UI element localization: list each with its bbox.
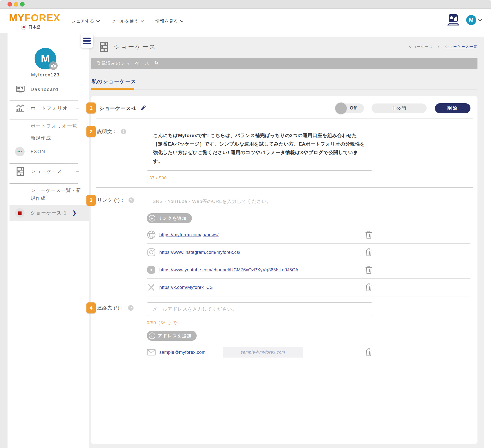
chevron-down-icon (141, 20, 144, 22)
email-input[interactable] (147, 302, 372, 316)
collapse-minus-icon[interactable]: − (76, 169, 79, 174)
fxon-dots-icon: ••• (15, 147, 25, 156)
contact-section: 4 連絡先 (*)： ? 0/50（5件まで） ＋ アドレスを追加 (97, 302, 470, 361)
link-url[interactable]: https://myforex.com/ja/news/ (159, 232, 218, 238)
sidebar-item-dashboard[interactable]: Dashboard (8, 82, 89, 96)
link-url-input[interactable] (147, 195, 372, 208)
sidebar-item-fxon[interactable]: ••• FXON (8, 144, 89, 159)
window-zoom-button[interactable] (20, 2, 25, 7)
publish-toggle[interactable]: Off (336, 103, 364, 113)
avatar: M (466, 15, 476, 25)
trash-icon (365, 283, 372, 291)
instagram-icon (147, 248, 156, 256)
hamburger-icon (83, 38, 91, 39)
macos-titlebar (0, 0, 491, 9)
link-url[interactable]: https://x.com/Myforex_CS (159, 285, 213, 290)
page-title: ショーケース (114, 43, 156, 51)
delete-link-button[interactable] (365, 248, 372, 256)
step-badge-4: 4 (86, 302, 96, 313)
links-section: 3 リンク (*)： ? ＋ リンクを追加 (97, 195, 470, 296)
breadcrumb-separator: ＞ (437, 45, 441, 49)
delete-link-button[interactable] (365, 266, 372, 274)
description-label: 説明文： (97, 128, 117, 135)
sidebar-item-showcase-1[interactable]: ショーケース-1 ❯ (10, 205, 89, 221)
delete-link-button[interactable] (365, 283, 372, 291)
window-minimize-button[interactable] (14, 2, 18, 7)
sidebar-toggle-button[interactable] (81, 34, 93, 48)
nav-share-menu[interactable]: シェアする (71, 18, 100, 24)
sidebar-item-new-portfolio[interactable]: 新規作成 (8, 132, 89, 144)
main-nav: シェアする ツールを使う 情報を見る (71, 18, 183, 24)
pencil-icon (140, 105, 146, 111)
nav-tools-menu[interactable]: ツールを使う (111, 18, 144, 24)
showcase-red-square-icon (15, 208, 25, 218)
description-char-counter: 137 / 500 (147, 176, 470, 181)
add-address-button[interactable]: ＋ アドレスを追加 (147, 331, 197, 341)
step-badge-3: 3 (86, 195, 96, 206)
link-row: https://www.instagram.com/myforex.cs/ (147, 244, 372, 261)
nav-tools-label: ツールを使う (111, 18, 139, 24)
sidebar-item-label: Dashboard (31, 87, 58, 92)
language-label: 日本語 (29, 25, 41, 30)
breadcrumb-current-link[interactable]: ショーケース一覧 (445, 45, 477, 49)
mypage-laptop-icon[interactable] (447, 14, 460, 26)
showcase-title: ショーケース-1 (99, 105, 136, 112)
chevron-right-icon: ❯ (72, 210, 77, 216)
nav-share-label: シェアする (71, 18, 94, 24)
sidebar-item-portfolio-list[interactable]: ポートフォリオ一覧 (8, 120, 89, 132)
add-link-button[interactable]: ＋ リンクを追加 (147, 213, 192, 223)
myforex-logo[interactable]: MYFOREX (9, 12, 60, 24)
breadcrumb: ショーケース ＞ ショーケース一覧 (409, 45, 477, 49)
contact-label: 連絡先 (*)： (97, 304, 125, 311)
collapse-minus-icon[interactable]: − (76, 105, 79, 111)
sidebar-item-portfolio[interactable]: ポートフォリオ − (8, 101, 89, 116)
delete-email-button[interactable] (365, 348, 372, 356)
language-selector[interactable]: 日本語 (21, 25, 60, 30)
divider (96, 187, 473, 188)
nav-info-label: 情報を見る (156, 18, 178, 24)
delete-button[interactable]: 削除 (435, 103, 470, 113)
link-row: https://myforex.com/ja/news/ (147, 226, 372, 243)
email-display-name-box[interactable]: sample@myforex.com (223, 347, 303, 358)
nav-info-menu[interactable]: 情報を見る (156, 18, 184, 24)
japan-flag-icon (21, 25, 26, 30)
sidebar-item-showcase[interactable]: ショーケース − (8, 164, 89, 179)
toggle-knob (335, 102, 347, 114)
link-url[interactable]: https://www.youtube.com/channel/UCM76xQz… (159, 267, 298, 273)
toggle-label: Off (350, 105, 356, 111)
showcase-shelf-icon (100, 42, 108, 52)
tab-my-showcase[interactable]: 私のショーケース (91, 78, 136, 89)
description-section: 2 説明文： ? こんにちはMyforexです! こちらは、バランス補完ばっちり… (97, 126, 470, 181)
youtube-icon (147, 266, 156, 274)
edit-title-button[interactable] (140, 105, 146, 111)
visibility-button[interactable]: 非公開 (372, 103, 427, 113)
showcase-shelf-icon (16, 167, 25, 176)
breadcrumb-parent: ショーケース (409, 45, 433, 49)
dashboard-icon (16, 86, 25, 93)
help-icon[interactable]: ? (121, 129, 126, 134)
x-icon (147, 284, 156, 291)
trash-icon (365, 248, 372, 256)
help-icon[interactable]: ? (129, 197, 134, 203)
account-menu[interactable]: M (466, 15, 482, 25)
trash-icon (365, 231, 372, 239)
section-banner: 登録済みのショーケース一覧 (91, 58, 477, 69)
chevron-down-icon (478, 19, 482, 21)
app-window: MYFOREX 日本語 シェアする ツールを使う 情報を見る (0, 0, 491, 448)
link-url[interactable]: https://www.instagram.com/myforex.cs/ (159, 250, 240, 255)
active-tab-indicator (91, 88, 134, 90)
email-link[interactable]: sample@myforex.com (159, 350, 206, 355)
help-icon[interactable]: ? (128, 305, 134, 311)
description-textarea[interactable]: こんにちはMyforexです! こちらは、バランス補完ばっちりの2つの運用口座を… (147, 126, 372, 171)
window-close-button[interactable] (8, 2, 12, 7)
sidebar-item-showcase-list-new[interactable]: ショーケース一覧・新規作成 (8, 184, 89, 205)
change-avatar-button[interactable] (49, 61, 58, 70)
divider (147, 296, 470, 296)
delete-link-button[interactable] (365, 231, 372, 239)
left-gutter (0, 33, 8, 448)
sidebar: M Myforex123 (8, 33, 89, 448)
main-content: ショーケース ショーケース ＞ ショーケース一覧 登録済みのショーケース一覧 私… (89, 37, 484, 448)
showcase-card: 1 ショーケース-1 Off 非公開 削除 2 (91, 96, 477, 444)
divider (147, 361, 470, 361)
link-row: https://www.youtube.com/channel/UCM76xQz… (147, 261, 372, 278)
